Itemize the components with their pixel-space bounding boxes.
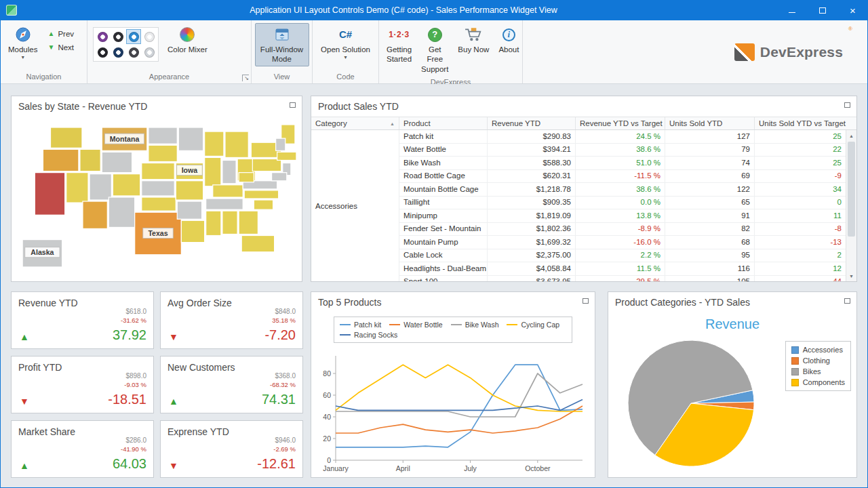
- table-row[interactable]: Headlights - Dual-Beam$4,058.8411.5 %116…: [399, 262, 846, 276]
- skin-swatch-6[interactable]: [111, 45, 125, 60]
- skin-swatch-3[interactable]: [126, 29, 141, 44]
- minimize-button[interactable]: [776, 0, 807, 20]
- cell-product: Minipump: [399, 209, 488, 222]
- state-or: [43, 149, 78, 171]
- cell-product: Patch kit: [399, 130, 488, 143]
- cell-revenue-pct: 11.5 %: [576, 262, 665, 275]
- skin-swatch-8[interactable]: [142, 45, 157, 60]
- cell-product: Bike Wash: [399, 157, 488, 169]
- full-window-mode-button[interactable]: Full-Window Mode: [255, 23, 309, 66]
- column-header-units-vs-target[interactable]: Units Sold YTD vs Target: [755, 117, 856, 129]
- skin-swatch-5[interactable]: [95, 45, 110, 60]
- info-icon: i: [502, 28, 515, 41]
- legend-swatch: [791, 346, 799, 354]
- cell-revenue: $620.31: [488, 170, 576, 183]
- open-solution-button[interactable]: C# Open Solution ▾: [319, 23, 373, 62]
- state-nv: [66, 173, 88, 203]
- collapse-widget-button[interactable]: [844, 102, 850, 108]
- skin-swatch-1[interactable]: [95, 29, 110, 44]
- vertical-scrollbar[interactable]: ▲ ▼: [846, 130, 856, 281]
- table-row[interactable]: Water Bottle$394.2138.6 %7922: [399, 144, 846, 157]
- about-button[interactable]: i About: [494, 23, 524, 56]
- table-row[interactable]: Cable Lock$2,375.002.2 %952: [399, 249, 846, 263]
- table-row[interactable]: Minipump$1,819.0913.8 %9111: [399, 209, 846, 223]
- close-button[interactable]: ×: [837, 0, 868, 20]
- kpi-percent: -9.03 %: [124, 381, 146, 388]
- scroll-up-button[interactable]: ▲: [846, 130, 856, 141]
- state-ar: [177, 201, 201, 219]
- kpi-value: 74.31: [262, 392, 296, 407]
- skin-swatch-7[interactable]: [126, 45, 141, 60]
- color-mixer-label: Color Mixer: [167, 45, 208, 54]
- svg-text:January: January: [323, 464, 349, 472]
- collapse-widget-button[interactable]: [844, 298, 850, 304]
- svg-text:60: 60: [323, 391, 331, 399]
- buy-now-button[interactable]: Buy Now: [453, 23, 494, 56]
- question-mark-icon: ?: [428, 28, 442, 42]
- group-label-appearance: Appearance: [87, 70, 251, 83]
- devexpress-logo-text: DevExpress: [760, 44, 843, 60]
- modules-button[interactable]: Modules ▾: [3, 23, 42, 62]
- prev-button[interactable]: ▲ Prev: [43, 27, 78, 41]
- state-la: [181, 220, 204, 242]
- cell-units-pct: 25: [755, 130, 846, 143]
- table-row[interactable]: Sport-100$3,673.95-29.5 %105-44: [399, 276, 846, 282]
- cell-units-pct: 34: [755, 183, 846, 196]
- table-header: Category ▲ Product Revenue YTD Revenue Y…: [311, 117, 856, 130]
- table-row[interactable]: Fender Set - Mountain$1,802.36-8.9 %82-8: [399, 223, 846, 237]
- chevron-down-icon: ▾: [344, 55, 347, 60]
- legend-label: Clothing: [803, 357, 830, 365]
- color-mixer-button[interactable]: Color Mixer: [163, 23, 212, 56]
- app-icon: [6, 5, 17, 16]
- table-row[interactable]: Bike Wash$588.3051.0 %7425: [399, 157, 846, 170]
- table-row[interactable]: Patch kit$290.8324.5 %12725: [399, 130, 846, 144]
- state-sc: [254, 200, 273, 209]
- state-label: Montana: [110, 135, 140, 143]
- skin-swatch-4[interactable]: [142, 29, 157, 44]
- state-mn: [178, 127, 203, 150]
- column-header-category[interactable]: Category ▲: [311, 117, 399, 129]
- scrollbar-thumb[interactable]: [848, 142, 855, 237]
- scroll-down-button[interactable]: ▼: [846, 270, 856, 281]
- state-ma: [277, 152, 296, 160]
- table-row[interactable]: Road Bottle Cage$620.31-11.5 %69-9: [399, 170, 846, 184]
- cell-units: 127: [665, 130, 755, 143]
- title-bar: Application UI Layout Controls Demo (C# …: [0, 0, 868, 20]
- trend-down-icon: ▼: [20, 396, 29, 406]
- category-group-cell[interactable]: Accessories: [311, 130, 399, 281]
- get-free-support-button[interactable]: ? Get Free Support: [416, 23, 453, 76]
- table-row[interactable]: Mountain Pump$1,699.32-16.0 %68-13: [399, 236, 846, 249]
- column-header-revenue-ytd[interactable]: Revenue YTD: [488, 117, 576, 129]
- cell-revenue: $588.30: [488, 157, 576, 169]
- column-header-product[interactable]: Product: [399, 117, 488, 129]
- cell-revenue: $4,058.84: [488, 262, 576, 275]
- shopping-cart-icon: [465, 26, 482, 43]
- state-label: Alaska: [31, 248, 54, 256]
- cell-units: 105: [665, 276, 755, 282]
- collapse-widget-button[interactable]: [583, 298, 589, 304]
- state-tn: [206, 199, 243, 209]
- maximize-button[interactable]: [807, 0, 837, 20]
- state-il: [205, 157, 221, 186]
- kpi-title: Market Share: [18, 426, 75, 437]
- cell-revenue-pct: 0.0 %: [576, 197, 665, 209]
- table-row[interactable]: Taillight$909.350.0 %650: [399, 197, 846, 210]
- skin-grid: [93, 27, 159, 62]
- dialog-launcher-icon[interactable]: ↘: [242, 75, 249, 81]
- column-header-revenue-vs-target[interactable]: Revenue YTD vs Target: [576, 117, 665, 129]
- cell-units: 122: [665, 183, 755, 196]
- collapse-widget-button[interactable]: [290, 102, 296, 108]
- legend-item: Racing Socks: [340, 331, 397, 339]
- kpi-value: -7.20: [264, 327, 296, 343]
- next-button[interactable]: ▼ Next: [43, 41, 78, 54]
- state-wy: [102, 152, 132, 172]
- skin-swatch-2[interactable]: [111, 29, 125, 44]
- table-row[interactable]: Mountain Bottle Cage$1,218.7838.6 %12234: [399, 183, 846, 197]
- cell-units: 91: [665, 209, 755, 222]
- cell-units: 69: [665, 170, 755, 183]
- column-header-units-sold-ytd[interactable]: Units Sold YTD: [665, 117, 755, 129]
- kpi-value: 37.92: [113, 327, 146, 343]
- getting-started-button[interactable]: 1·2·3 Getting Started: [382, 23, 416, 66]
- svg-text:20: 20: [323, 434, 331, 443]
- cell-revenue-pct: 38.6 %: [576, 144, 665, 157]
